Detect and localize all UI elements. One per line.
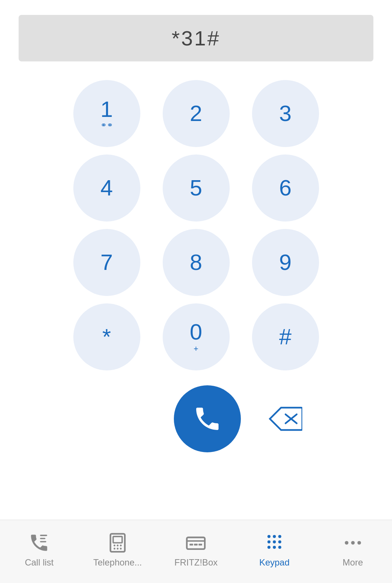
call-icon bbox=[192, 404, 222, 434]
nav-more-label: More bbox=[342, 557, 363, 568]
svg-point-7 bbox=[114, 544, 115, 546]
key-8[interactable]: 8 bbox=[163, 229, 230, 296]
svg-rect-2 bbox=[40, 535, 47, 536]
svg-rect-16 bbox=[194, 544, 198, 545]
call-list-icon bbox=[28, 532, 50, 554]
svg-point-27 bbox=[345, 541, 348, 545]
svg-rect-6 bbox=[113, 536, 122, 543]
more-icon bbox=[342, 532, 364, 554]
key-row-2: 4 5 6 bbox=[19, 154, 373, 222]
nav-call-list[interactable]: Call list bbox=[0, 532, 79, 568]
key-row-4: * 0 + # bbox=[19, 303, 373, 370]
key-9[interactable]: 9 bbox=[252, 229, 319, 296]
key-4[interactable]: 4 bbox=[73, 154, 140, 222]
nav-keypad[interactable]: Keypad bbox=[235, 532, 314, 568]
key-row-3: 7 8 9 bbox=[19, 229, 373, 296]
nav-keypad-label: Keypad bbox=[259, 557, 289, 568]
delete-button[interactable] bbox=[263, 404, 308, 434]
telephone-icon bbox=[107, 532, 128, 554]
svg-point-29 bbox=[357, 541, 361, 545]
svg-point-24 bbox=[267, 545, 270, 548]
svg-point-11 bbox=[117, 548, 118, 549]
svg-point-21 bbox=[267, 540, 270, 543]
svg-point-12 bbox=[120, 548, 122, 549]
nav-fritzbox[interactable]: FRITZ!Box bbox=[157, 532, 235, 568]
action-row bbox=[19, 385, 373, 452]
svg-rect-15 bbox=[190, 544, 194, 545]
svg-point-22 bbox=[273, 540, 276, 543]
key-7[interactable]: 7 bbox=[73, 229, 140, 296]
svg-point-25 bbox=[273, 545, 276, 548]
key-6[interactable]: 6 bbox=[252, 154, 319, 222]
svg-rect-4 bbox=[40, 541, 47, 542]
svg-point-26 bbox=[278, 545, 281, 548]
nav-more[interactable]: More bbox=[313, 532, 392, 568]
svg-point-9 bbox=[120, 544, 122, 546]
nav-fritzbox-label: FRITZ!Box bbox=[174, 557, 217, 568]
key-5[interactable]: 5 bbox=[163, 154, 230, 222]
keypad-icon bbox=[264, 532, 285, 554]
backspace-icon bbox=[269, 406, 302, 432]
call-button[interactable] bbox=[174, 385, 241, 452]
svg-point-28 bbox=[351, 541, 355, 545]
bottom-nav: Call list Telephone... FRITZ!Box bbox=[0, 520, 392, 583]
svg-point-10 bbox=[114, 548, 115, 549]
dial-display-text: *31# bbox=[172, 26, 220, 50]
svg-point-19 bbox=[273, 535, 276, 538]
key-star[interactable]: * bbox=[73, 303, 140, 370]
svg-rect-3 bbox=[40, 538, 46, 539]
dial-display: *31# bbox=[19, 15, 373, 61]
key-3[interactable]: 3 bbox=[252, 80, 319, 147]
svg-point-23 bbox=[278, 540, 281, 543]
key-1[interactable]: 1 ⚭⚭ bbox=[73, 80, 140, 147]
key-2[interactable]: 2 bbox=[163, 80, 230, 147]
nav-telephone[interactable]: Telephone... bbox=[79, 532, 157, 568]
nav-telephone-label: Telephone... bbox=[93, 557, 142, 568]
svg-point-8 bbox=[117, 544, 118, 546]
key-row-1: 1 ⚭⚭ 2 3 bbox=[19, 80, 373, 147]
nav-call-list-label: Call list bbox=[25, 557, 54, 568]
svg-rect-17 bbox=[199, 544, 203, 545]
key-hash[interactable]: # bbox=[252, 303, 319, 370]
svg-rect-13 bbox=[187, 537, 205, 549]
keypad-area: 1 ⚭⚭ 2 3 4 5 6 7 8 9 bbox=[0, 73, 392, 520]
svg-point-18 bbox=[267, 535, 270, 538]
key-0[interactable]: 0 + bbox=[163, 303, 230, 370]
svg-point-20 bbox=[278, 535, 281, 538]
fritzbox-icon bbox=[185, 532, 207, 554]
